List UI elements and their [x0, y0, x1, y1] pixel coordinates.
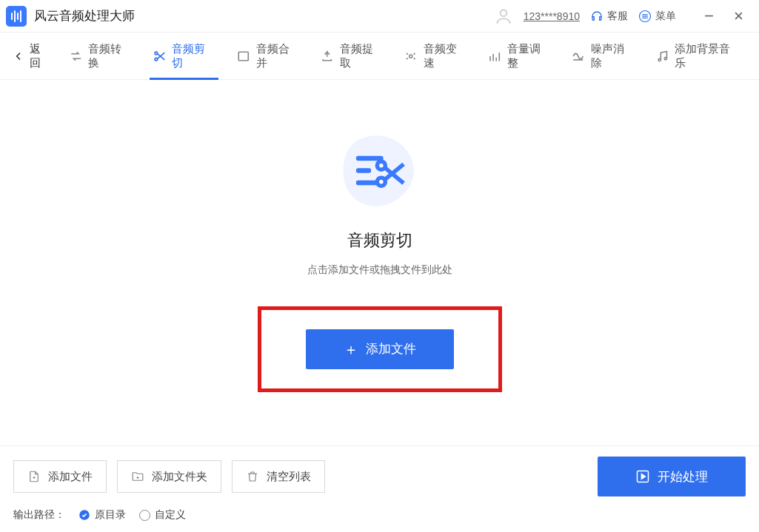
add-file-hero-label: 添加文件 [366, 340, 416, 357]
tab-audio-extract[interactable]: 音频提取 [312, 33, 390, 80]
trash-icon [246, 470, 259, 483]
minimize-button[interactable] [694, 1, 723, 31]
menu-icon [638, 10, 652, 23]
svg-rect-23 [355, 168, 370, 172]
tab-label: 音频提取 [340, 42, 384, 70]
radio-custom-dir[interactable]: 自定义 [139, 508, 186, 522]
file-add-icon [27, 470, 41, 483]
add-folder-label: 添加文件夹 [152, 470, 207, 484]
headset-icon [590, 10, 603, 23]
play-icon [635, 469, 650, 484]
svg-point-20 [658, 58, 661, 61]
tab-label: 音量调整 [507, 42, 551, 70]
radio-original-dir[interactable]: 原目录 [78, 508, 126, 522]
app-title: 风云音频处理大师 [34, 7, 135, 24]
user-area: 123****8910 客服 菜单 [494, 1, 758, 31]
equalizer-icon [487, 49, 502, 64]
tab-label: 音频转换 [88, 42, 132, 70]
check-circle-icon [78, 509, 90, 521]
bottom-bar: 添加文件 添加文件夹 清空列表 开始处理 输出路径： 原目录 自定义 [0, 445, 759, 532]
extract-icon [320, 49, 335, 64]
scissors-icon [153, 49, 167, 64]
hero-title: 音频剪切 [347, 229, 412, 252]
tab-label: 音频剪切 [172, 42, 215, 70]
start-process-button[interactable]: 开始处理 [598, 457, 746, 496]
svg-point-14 [409, 54, 412, 57]
add-file-label: 添加文件 [48, 470, 93, 484]
convert-icon [69, 49, 84, 64]
plus-icon: ＋ [344, 342, 358, 357]
menu-label: 菜单 [655, 10, 676, 23]
radio-original-label: 原目录 [95, 508, 126, 522]
speed-icon [404, 49, 418, 64]
add-file-hero-button[interactable]: ＋ 添加文件 [306, 329, 454, 369]
svg-point-21 [664, 57, 666, 59]
tab-audio-cut[interactable]: 音频剪切 [145, 33, 223, 80]
tab-noise-remove[interactable]: 噪声消除 [564, 33, 641, 80]
hero-illustration [339, 130, 421, 212]
tab-label: 音频变速 [424, 42, 467, 70]
tab-volume-adjust[interactable]: 音量调整 [480, 33, 558, 80]
tab-label: 添加背景音乐 [675, 42, 740, 70]
username-link[interactable]: 123****8910 [524, 10, 580, 22]
add-folder-button[interactable]: 添加文件夹 [117, 460, 221, 493]
music-icon [655, 49, 670, 64]
add-file-button[interactable]: 添加文件 [13, 460, 107, 493]
radio-custom-label: 自定义 [155, 508, 186, 522]
hero-subtitle: 点击添加文件或拖拽文件到此处 [307, 263, 452, 277]
svg-point-0 [500, 10, 506, 16]
highlight-box: ＋ 添加文件 [258, 306, 502, 392]
svg-line-11 [157, 53, 164, 59]
merge-icon [236, 49, 251, 64]
clear-list-label: 清空列表 [267, 470, 311, 484]
tab-audio-merge[interactable]: 音频合并 [229, 33, 307, 80]
radio-icon [139, 510, 150, 521]
svg-line-12 [157, 53, 164, 58]
clear-list-button[interactable]: 清空列表 [232, 460, 325, 493]
back-label: 返回 [30, 42, 51, 70]
tab-background-music[interactable]: 添加背景音乐 [648, 33, 747, 80]
customer-service-label: 客服 [607, 10, 628, 23]
close-button[interactable] [723, 1, 753, 31]
svg-rect-13 [238, 52, 248, 60]
app-logo [6, 6, 27, 27]
minimize-icon [704, 11, 714, 21]
arrow-left-icon [12, 50, 25, 63]
tab-label: 噪声消除 [591, 42, 635, 70]
tab-label: 音频合并 [256, 42, 300, 70]
svg-point-9 [155, 52, 158, 55]
folder-add-icon [131, 470, 144, 483]
start-process-label: 开始处理 [658, 468, 708, 485]
menu-button[interactable]: 菜单 [638, 10, 676, 23]
tab-audio-convert[interactable]: 音频转换 [61, 33, 139, 80]
close-icon [734, 11, 743, 21]
noise-icon [571, 49, 586, 64]
back-button[interactable]: 返回 [12, 42, 51, 70]
customer-service-button[interactable]: 客服 [590, 10, 628, 23]
toolbar: 返回 音频转换 音频剪切 音频合并 音频提取 音频变速 音量调整 噪声消除 添加… [0, 33, 759, 80]
titlebar: 风云音频处理大师 123****8910 客服 菜单 [0, 0, 759, 33]
output-path-label: 输出路径： [13, 508, 65, 522]
waveform-icon [11, 10, 21, 22]
svg-point-10 [155, 58, 158, 61]
drop-area[interactable]: 音频剪切 点击添加文件或拖拽文件到此处 ＋ 添加文件 [0, 80, 759, 442]
avatar-icon [494, 7, 513, 26]
tab-audio-speed[interactable]: 音频变速 [396, 33, 474, 80]
